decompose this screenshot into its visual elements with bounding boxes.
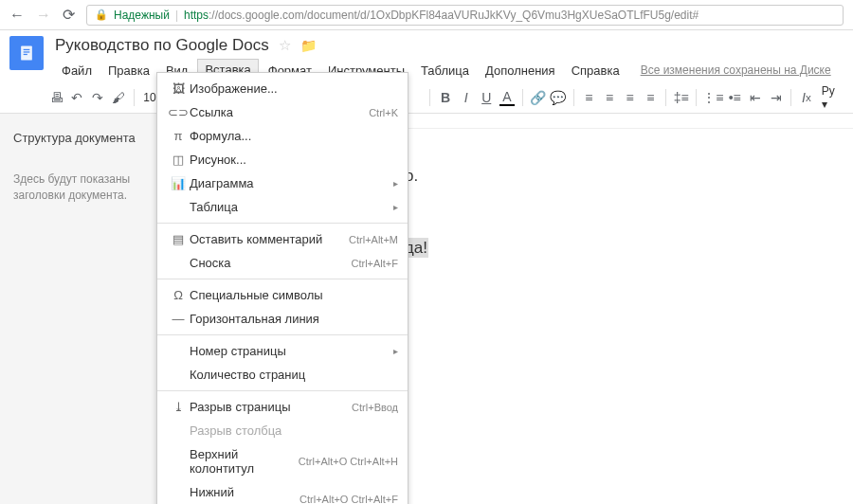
drawing-icon: ◫ [167,153,190,167]
image-icon: 🖼 [167,81,190,96]
menu-item-label: Специальные символы [190,288,398,302]
app-header: Руководство по Google Docs ☆ 📁 ФайлПравк… [0,30,853,81]
pagebreak-icon: ⤓ [167,400,190,414]
menu-item-label: Изображение... [190,81,398,96]
menu-item-диаграмма[interactable]: 📊Диаграмма▸ [157,171,408,195]
secure-label: Надежный [114,9,170,22]
align-right-button[interactable]: ≡ [621,86,640,109]
docs-logo[interactable] [9,36,44,70]
folder-icon[interactable]: 📁 [300,38,317,53]
increase-indent-button[interactable]: ⇥ [767,86,786,109]
menu-shortcut: Ctrl+Alt+F [351,258,398,269]
menu-item-label: Диаграмма [190,176,393,190]
menu-item-верхнийколонтитул[interactable]: Верхний колонтитулCtrl+Alt+O Ctrl+Alt+H [157,442,408,480]
text-color-button[interactable]: A [498,86,517,109]
changes-saved-link[interactable]: Все изменения сохранены на Диске [641,63,831,77]
chart-icon: 📊 [167,176,190,190]
insert-comment-button[interactable]: 💬 [549,86,568,109]
menu-item-label: Рисунок... [190,153,398,167]
url-bar[interactable]: 🔒 Надежный | https://docs.google.com/doc… [86,5,844,26]
star-icon[interactable]: ☆ [279,37,291,54]
align-left-button[interactable]: ≡ [580,86,599,109]
undo-button[interactable]: ↶ [68,86,87,109]
menu-separator [157,223,408,224]
svg-rect-1 [24,49,30,50]
align-center-button[interactable]: ≡ [600,86,619,109]
back-button[interactable]: ← [9,7,25,24]
menu-shortcut: Ctrl+Ввод [352,402,398,413]
menu-item-label: Верхний колонтитул [190,447,299,476]
menu-файл[interactable]: Файл [55,61,99,81]
input-tools-button[interactable]: Ру ▾ [818,84,844,111]
lock-icon: 🔒 [95,9,108,21]
menu-item-label: Ссылка [190,105,369,119]
menu-item-номерстраницы[interactable]: Номер страницы▸ [157,339,408,363]
menu-item-label: Сноска [190,256,351,270]
menu-item-оставитькомментарий[interactable]: ▤Оставить комментарийCtrl+Alt+M [157,227,408,251]
comment-icon: ▤ [167,232,190,246]
menu-item-специальныесимволы[interactable]: ΩСпециальные символы [157,283,408,307]
line-spacing-button[interactable]: ‡≡ [672,86,691,109]
svg-rect-3 [24,54,27,55]
menu-item-label: Количество страниц [190,368,398,382]
menu-shortcut: Ctrl+K [369,107,398,118]
menu-item-сноска[interactable]: СноскаCtrl+Alt+F [157,251,408,275]
paint-format-button[interactable]: 🖌 [109,86,128,109]
menu-item-label: Горизонтальная линия [190,312,398,326]
clear-format-button[interactable]: Ix [797,86,816,109]
insert-link-button[interactable]: 🔗 [528,86,547,109]
menu-item-рисунок[interactable]: ◫Рисунок... [157,148,408,171]
menu-item-горизонтальнаялиния[interactable]: —Горизонтальная линия [157,307,408,331]
chevron-right-icon: ▸ [393,346,398,356]
reload-button[interactable]: ⟳ [63,6,75,24]
menu-separator [157,279,408,279]
menu-item-нижнийколонтитул[interactable]: Нижний колонтитулCtrl+Alt+O Ctrl+Alt+F [157,480,408,504]
menu-item-label: Формула... [190,129,398,143]
menu-shortcut: Ctrl+Alt+M [349,234,398,245]
special-icon: Ω [167,288,190,302]
numbered-list-button[interactable]: ⋮≡ [702,86,723,109]
url-text: https://docs.google.com/document/d/1OxDb… [184,9,699,22]
decrease-indent-button[interactable]: ⇤ [746,86,765,109]
menu-таблица[interactable]: Таблица [414,61,476,81]
link-icon: ⊂⊃ [167,105,190,119]
menu-item-разрывстраницы[interactable]: ⤓Разрыв страницыCtrl+Ввод [157,395,408,419]
align-justify-button[interactable]: ≡ [641,86,660,109]
hr-icon: — [167,312,190,326]
redo-button[interactable]: ↷ [88,86,107,109]
menu-справка[interactable]: Справка [565,61,626,81]
bold-button[interactable]: B [436,86,455,109]
chevron-right-icon: ▸ [393,202,398,212]
insert-menu-dropdown: 🖼Изображение...⊂⊃СсылкаCtrl+KπФормула...… [156,72,408,504]
toolbar: 🖶 ↶ ↷ 🖌 100 B I U A 🔗 💬 ≡ ≡ ≡ ≡ ‡≡ ⋮≡ •≡… [0,81,853,114]
menu-item-label: Разрыв столбца [190,423,398,438]
pi-icon: π [167,129,190,143]
menu-separator [157,390,408,391]
menu-item-формула[interactable]: πФормула... [157,124,408,148]
print-button[interactable]: 🖶 [47,86,66,109]
menu-shortcut: Ctrl+Alt+O Ctrl+Alt+H [299,456,398,467]
menu-дополнения[interactable]: Дополнения [479,61,562,81]
menu-separator [157,334,408,335]
menu-item-изображение[interactable]: 🖼Изображение... [157,77,408,100]
url-divider: | [175,9,178,22]
bulleted-list-button[interactable]: •≡ [725,86,744,109]
menu-item-label: Разрыв страницы [190,400,352,414]
menu-item-ссылка[interactable]: ⊂⊃СсылкаCtrl+K [157,100,408,124]
chevron-right-icon: ▸ [393,178,398,189]
svg-rect-2 [24,51,30,52]
menu-item-таблица[interactable]: Таблица▸ [157,195,408,219]
doc-title[interactable]: Руководство по Google Docs [55,36,269,55]
underline-button[interactable]: U [477,86,496,109]
menu-shortcut: Ctrl+Alt+O Ctrl+Alt+F [299,494,398,504]
menu-item-количествостраниц[interactable]: Количество страниц [157,363,408,387]
italic-button[interactable]: I [457,86,476,109]
menu-item-label: Оставить комментарий [190,232,349,246]
menu-правка[interactable]: Правка [101,61,156,81]
menu-item-label: Номер страницы [190,344,393,358]
forward-button[interactable]: → [36,7,51,24]
menu-item-разрывстолбца: Разрыв столбца [157,419,408,442]
menu-item-label: Таблица [190,200,393,214]
svg-rect-0 [21,46,32,61]
browser-bar: ← → ⟳ 🔒 Надежный | https://docs.google.c… [0,0,853,30]
